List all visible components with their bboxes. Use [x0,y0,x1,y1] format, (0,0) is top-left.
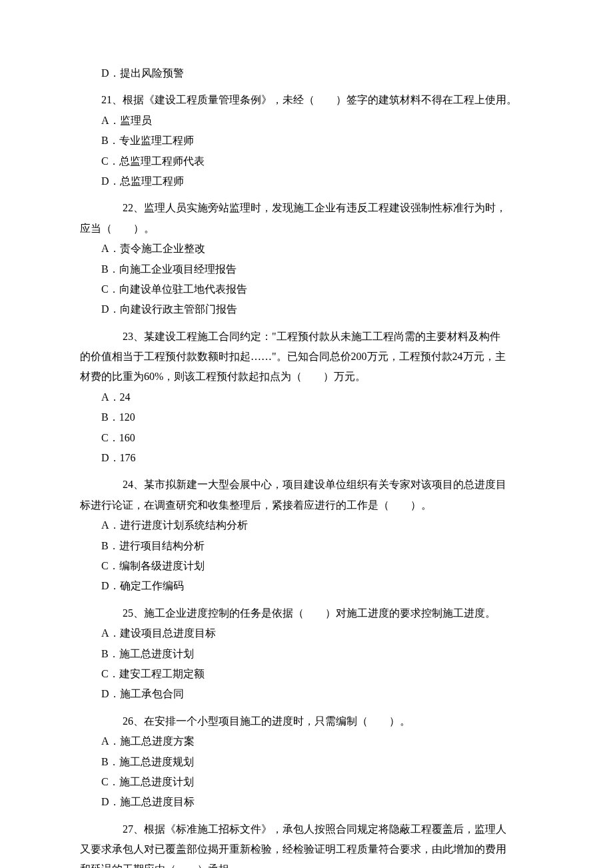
q23-stem-line2: 的价值相当于工程预付款数额时扣起……"。已知合同总价200万元，工程预付款24万… [80,347,533,367]
q24-stem-line1: 24、某市拟新建一大型会展中心，项目建设单位组织有关专家对该项目的总进度目 [80,475,533,495]
q26-option-d: D．施工总进度目标 [80,792,533,812]
q26-stem: 26、在安排一个小型项目施工的进度时，只需编制（ ）。 [80,711,533,731]
q23-stem-line3: 材费的比重为60%，则该工程预付款起扣点为（ ）万元。 [80,367,533,387]
q21-option-b: B．专业监理工程师 [80,131,533,151]
q26-option-c: C．施工总进度计划 [80,772,533,792]
q20-option-d: D．提出风险预警 [80,63,533,83]
document-page: D．提出风险预警 21、根据《建设工程质量管理条例》，未经（ ）签字的建筑材料不… [0,0,613,868]
q24-stem-line2: 标进行论证，在调查研究和收集整理后，紧接着应进行的工作是（ ）。 [80,495,533,515]
q26-option-a: A．施工总进度方案 [80,731,533,751]
q25-stem: 25、施工企业进度控制的任务是依据（ ）对施工进度的要求控制施工进度。 [80,603,533,623]
q21-stem: 21、根据《建设工程质量管理条例》，未经（ ）签字的建筑材料不得在工程上使用。 [80,90,533,110]
q26-option-b: B．施工总进度规划 [80,752,533,772]
q21-option-c: C．总监理工程师代表 [80,151,533,171]
q22-stem-line1: 22、监理人员实施旁站监理时，发现施工企业有违反工程建设强制性标准行为时， [80,198,533,218]
q27-stem-line3: 和延误的工期应由（ ）承担。 [80,859,533,868]
q22-option-c: C．向建设单位驻工地代表报告 [80,279,533,299]
q22-option-a: A．责令施工企业整改 [80,239,533,259]
q23-stem-line1: 23、某建设工程施工合同约定："工程预付款从未施工工程尚需的主要材料及构件 [80,327,533,347]
q21-option-a: A．监理员 [80,111,533,131]
q22-option-b: B．向施工企业项目经理报告 [80,259,533,279]
q27-stem-line1: 27、根据《标准施工招标文件》，承包人按照合同规定将隐蔽工程覆盖后，监理人 [80,819,533,839]
q23-option-a: A．24 [80,387,533,407]
q25-option-d: D．施工承包合同 [80,684,533,704]
q23-option-d: D．176 [80,448,533,468]
q24-option-b: B．进行项目结构分析 [80,536,533,556]
q25-option-c: C．建安工程工期定额 [80,664,533,684]
q25-option-a: A．建设项目总进度目标 [80,623,533,643]
q22-option-d: D．向建设行政主管部门报告 [80,299,533,319]
q24-option-a: A．进行进度计划系统结构分析 [80,515,533,535]
q24-option-c: C．编制各级进度计划 [80,556,533,576]
q23-option-c: C．160 [80,428,533,448]
q24-option-d: D．确定工作编码 [80,576,533,596]
q22-stem-line2: 应当（ ）。 [80,219,533,239]
q25-option-b: B．施工总进度计划 [80,644,533,664]
q27-stem-line2: 又要求承包人对已覆盖部位揭开重新检验，经检验证明工程质量符合要求，由此增加的费用 [80,839,533,859]
q23-option-b: B．120 [80,407,533,427]
q21-option-d: D．总监理工程师 [80,171,533,191]
